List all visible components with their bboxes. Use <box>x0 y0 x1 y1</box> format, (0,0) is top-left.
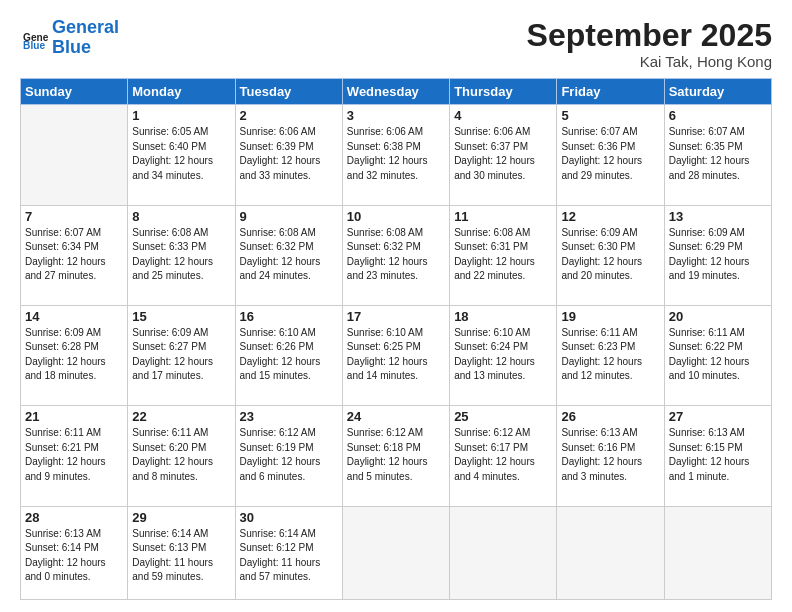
page: General Blue General Blue September 2025… <box>0 0 792 612</box>
day-info: Sunrise: 6:09 AM Sunset: 6:27 PM Dayligh… <box>132 326 230 384</box>
day-info: Sunrise: 6:10 AM Sunset: 6:25 PM Dayligh… <box>347 326 445 384</box>
day-info: Sunrise: 6:11 AM Sunset: 6:21 PM Dayligh… <box>25 426 123 484</box>
calendar-cell: 19Sunrise: 6:11 AM Sunset: 6:23 PM Dayli… <box>557 305 664 405</box>
calendar-week-row: 28Sunrise: 6:13 AM Sunset: 6:14 PM Dayli… <box>21 506 772 600</box>
calendar-header-row: SundayMondayTuesdayWednesdayThursdayFrid… <box>21 79 772 105</box>
weekday-header-sunday: Sunday <box>21 79 128 105</box>
day-number: 28 <box>25 510 123 525</box>
day-info: Sunrise: 6:14 AM Sunset: 6:13 PM Dayligh… <box>132 527 230 585</box>
day-number: 15 <box>132 309 230 324</box>
day-number: 27 <box>669 409 767 424</box>
calendar-table: SundayMondayTuesdayWednesdayThursdayFrid… <box>20 78 772 600</box>
calendar-cell: 28Sunrise: 6:13 AM Sunset: 6:14 PM Dayli… <box>21 506 128 600</box>
day-number: 9 <box>240 209 338 224</box>
calendar-cell: 14Sunrise: 6:09 AM Sunset: 6:28 PM Dayli… <box>21 305 128 405</box>
calendar-cell: 3Sunrise: 6:06 AM Sunset: 6:38 PM Daylig… <box>342 105 449 205</box>
calendar-cell: 2Sunrise: 6:06 AM Sunset: 6:39 PM Daylig… <box>235 105 342 205</box>
calendar-cell: 5Sunrise: 6:07 AM Sunset: 6:36 PM Daylig… <box>557 105 664 205</box>
calendar-cell: 24Sunrise: 6:12 AM Sunset: 6:18 PM Dayli… <box>342 406 449 506</box>
calendar-cell: 12Sunrise: 6:09 AM Sunset: 6:30 PM Dayli… <box>557 205 664 305</box>
day-info: Sunrise: 6:08 AM Sunset: 6:32 PM Dayligh… <box>240 226 338 284</box>
calendar-cell: 21Sunrise: 6:11 AM Sunset: 6:21 PM Dayli… <box>21 406 128 506</box>
calendar-cell <box>450 506 557 600</box>
day-info: Sunrise: 6:13 AM Sunset: 6:16 PM Dayligh… <box>561 426 659 484</box>
day-number: 3 <box>347 108 445 123</box>
calendar-cell: 26Sunrise: 6:13 AM Sunset: 6:16 PM Dayli… <box>557 406 664 506</box>
weekday-header-wednesday: Wednesday <box>342 79 449 105</box>
calendar-cell: 4Sunrise: 6:06 AM Sunset: 6:37 PM Daylig… <box>450 105 557 205</box>
day-info: Sunrise: 6:12 AM Sunset: 6:17 PM Dayligh… <box>454 426 552 484</box>
calendar-cell <box>342 506 449 600</box>
day-number: 26 <box>561 409 659 424</box>
month-title: September 2025 <box>527 18 772 53</box>
calendar-cell: 20Sunrise: 6:11 AM Sunset: 6:22 PM Dayli… <box>664 305 771 405</box>
weekday-header-saturday: Saturday <box>664 79 771 105</box>
day-info: Sunrise: 6:11 AM Sunset: 6:23 PM Dayligh… <box>561 326 659 384</box>
calendar-cell: 11Sunrise: 6:08 AM Sunset: 6:31 PM Dayli… <box>450 205 557 305</box>
calendar-cell: 17Sunrise: 6:10 AM Sunset: 6:25 PM Dayli… <box>342 305 449 405</box>
logo-general: General <box>52 17 119 37</box>
day-info: Sunrise: 6:10 AM Sunset: 6:24 PM Dayligh… <box>454 326 552 384</box>
day-number: 24 <box>347 409 445 424</box>
calendar-cell: 10Sunrise: 6:08 AM Sunset: 6:32 PM Dayli… <box>342 205 449 305</box>
day-info: Sunrise: 6:11 AM Sunset: 6:22 PM Dayligh… <box>669 326 767 384</box>
day-number: 7 <box>25 209 123 224</box>
calendar-cell: 25Sunrise: 6:12 AM Sunset: 6:17 PM Dayli… <box>450 406 557 506</box>
day-number: 22 <box>132 409 230 424</box>
day-number: 23 <box>240 409 338 424</box>
day-number: 10 <box>347 209 445 224</box>
calendar-cell: 16Sunrise: 6:10 AM Sunset: 6:26 PM Dayli… <box>235 305 342 405</box>
calendar-week-row: 21Sunrise: 6:11 AM Sunset: 6:21 PM Dayli… <box>21 406 772 506</box>
calendar-cell <box>664 506 771 600</box>
calendar-cell: 29Sunrise: 6:14 AM Sunset: 6:13 PM Dayli… <box>128 506 235 600</box>
day-number: 20 <box>669 309 767 324</box>
day-info: Sunrise: 6:09 AM Sunset: 6:28 PM Dayligh… <box>25 326 123 384</box>
day-info: Sunrise: 6:08 AM Sunset: 6:31 PM Dayligh… <box>454 226 552 284</box>
calendar-cell <box>557 506 664 600</box>
day-number: 13 <box>669 209 767 224</box>
calendar-cell: 6Sunrise: 6:07 AM Sunset: 6:35 PM Daylig… <box>664 105 771 205</box>
day-number: 21 <box>25 409 123 424</box>
logo-blue: Blue <box>52 37 91 57</box>
weekday-header-thursday: Thursday <box>450 79 557 105</box>
day-info: Sunrise: 6:13 AM Sunset: 6:14 PM Dayligh… <box>25 527 123 585</box>
calendar-cell: 9Sunrise: 6:08 AM Sunset: 6:32 PM Daylig… <box>235 205 342 305</box>
day-number: 14 <box>25 309 123 324</box>
day-number: 30 <box>240 510 338 525</box>
day-number: 12 <box>561 209 659 224</box>
day-info: Sunrise: 6:08 AM Sunset: 6:32 PM Dayligh… <box>347 226 445 284</box>
day-info: Sunrise: 6:12 AM Sunset: 6:19 PM Dayligh… <box>240 426 338 484</box>
day-number: 19 <box>561 309 659 324</box>
day-info: Sunrise: 6:09 AM Sunset: 6:30 PM Dayligh… <box>561 226 659 284</box>
day-info: Sunrise: 6:14 AM Sunset: 6:12 PM Dayligh… <box>240 527 338 585</box>
day-info: Sunrise: 6:06 AM Sunset: 6:38 PM Dayligh… <box>347 125 445 183</box>
day-number: 2 <box>240 108 338 123</box>
calendar-cell: 30Sunrise: 6:14 AM Sunset: 6:12 PM Dayli… <box>235 506 342 600</box>
day-info: Sunrise: 6:09 AM Sunset: 6:29 PM Dayligh… <box>669 226 767 284</box>
logo: General Blue General Blue <box>20 18 119 58</box>
calendar-cell: 18Sunrise: 6:10 AM Sunset: 6:24 PM Dayli… <box>450 305 557 405</box>
day-number: 25 <box>454 409 552 424</box>
header: General Blue General Blue September 2025… <box>20 18 772 70</box>
day-info: Sunrise: 6:06 AM Sunset: 6:37 PM Dayligh… <box>454 125 552 183</box>
day-info: Sunrise: 6:07 AM Sunset: 6:34 PM Dayligh… <box>25 226 123 284</box>
day-info: Sunrise: 6:13 AM Sunset: 6:15 PM Dayligh… <box>669 426 767 484</box>
day-info: Sunrise: 6:08 AM Sunset: 6:33 PM Dayligh… <box>132 226 230 284</box>
svg-text:Blue: Blue <box>23 40 45 51</box>
day-info: Sunrise: 6:07 AM Sunset: 6:35 PM Dayligh… <box>669 125 767 183</box>
day-number: 11 <box>454 209 552 224</box>
calendar-cell: 1Sunrise: 6:05 AM Sunset: 6:40 PM Daylig… <box>128 105 235 205</box>
day-number: 5 <box>561 108 659 123</box>
calendar-cell: 13Sunrise: 6:09 AM Sunset: 6:29 PM Dayli… <box>664 205 771 305</box>
location-subtitle: Kai Tak, Hong Kong <box>527 53 772 70</box>
day-number: 16 <box>240 309 338 324</box>
logo-text: General Blue <box>52 18 119 58</box>
calendar-cell: 22Sunrise: 6:11 AM Sunset: 6:20 PM Dayli… <box>128 406 235 506</box>
day-number: 29 <box>132 510 230 525</box>
title-block: September 2025 Kai Tak, Hong Kong <box>527 18 772 70</box>
day-number: 1 <box>132 108 230 123</box>
day-number: 6 <box>669 108 767 123</box>
calendar-cell: 7Sunrise: 6:07 AM Sunset: 6:34 PM Daylig… <box>21 205 128 305</box>
day-info: Sunrise: 6:10 AM Sunset: 6:26 PM Dayligh… <box>240 326 338 384</box>
day-info: Sunrise: 6:05 AM Sunset: 6:40 PM Dayligh… <box>132 125 230 183</box>
